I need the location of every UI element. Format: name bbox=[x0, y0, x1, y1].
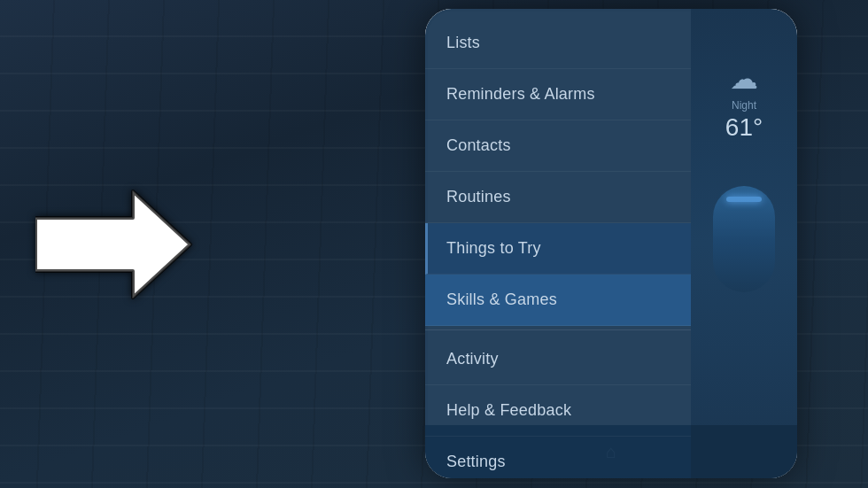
menu-item-lists[interactable]: Lists bbox=[425, 18, 691, 69]
menu-item-skills-games[interactable]: Skills & Games bbox=[425, 275, 691, 326]
menu-item-settings[interactable]: Settings bbox=[425, 437, 691, 478]
cloud-icon: ☁ bbox=[730, 62, 758, 96]
phone-frame: Lists Reminders & Alarms Contacts Routin… bbox=[425, 9, 797, 478]
menu-panel: Lists Reminders & Alarms Contacts Routin… bbox=[425, 9, 691, 478]
menu-item-things-to-try[interactable]: Things to Try bbox=[425, 223, 691, 275]
menu-item-activity[interactable]: Activity bbox=[425, 334, 691, 385]
menu-item-help-feedback[interactable]: Help & Feedback bbox=[425, 385, 691, 437]
menu-divider bbox=[425, 329, 691, 330]
svg-marker-0 bbox=[35, 191, 190, 298]
menu-item-routines[interactable]: Routines bbox=[425, 172, 691, 223]
temperature: 61° bbox=[725, 113, 763, 142]
arrow-pointer bbox=[35, 187, 195, 302]
echo-ring bbox=[726, 197, 762, 202]
night-label: Night bbox=[732, 99, 756, 112]
menu-item-contacts[interactable]: Contacts bbox=[425, 120, 691, 172]
menu-item-reminders[interactable]: Reminders & Alarms bbox=[425, 69, 691, 120]
echo-device bbox=[713, 186, 775, 292]
weather-panel: ☁ Night 61° bbox=[691, 9, 797, 478]
